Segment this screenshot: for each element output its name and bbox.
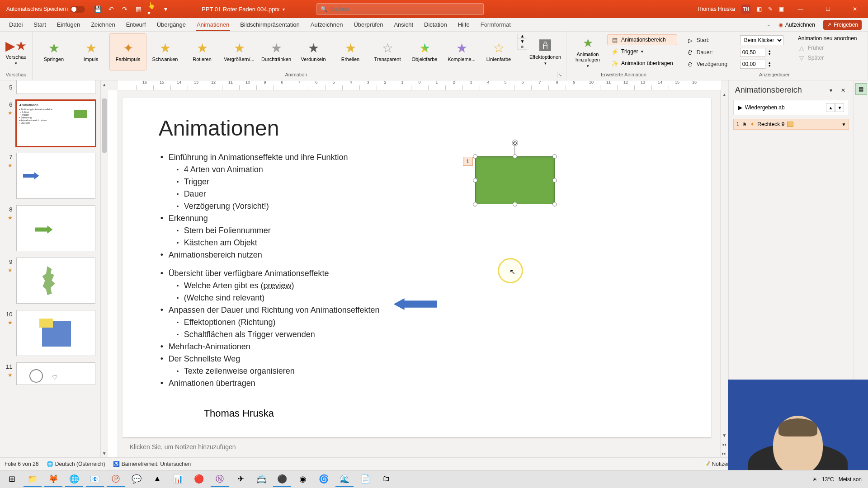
- spinner-icon[interactable]: ▲▼: [768, 61, 771, 67]
- prev-slide-icon[interactable]: ⏮: [721, 440, 728, 448]
- start-select[interactable]: Beim Klicken: [740, 35, 783, 45]
- anim-verdunkeln[interactable]: ★Verdunkeln: [295, 33, 332, 70]
- chevron-down-icon[interactable]: ▼: [842, 122, 846, 127]
- rectangle-shape[interactable]: 1 ⟲: [475, 156, 555, 204]
- anim-transparent[interactable]: ☆Transparent: [369, 33, 406, 70]
- slide-thumbnails-panel[interactable]: 5 6★ Animationen • Einführung in Animati…: [0, 80, 100, 457]
- search-box[interactable]: 🔍: [316, 3, 484, 15]
- resize-handle[interactable]: [473, 154, 477, 159]
- resize-handle[interactable]: [513, 154, 517, 159]
- present-icon[interactable]: ▦: [134, 5, 143, 14]
- redo-icon[interactable]: ↷: [120, 5, 129, 14]
- add-animation-button[interactable]: ★ Animation hinzufügen ▾: [569, 33, 606, 70]
- language-indicator[interactable]: 🌐 Deutsch (Österreich): [47, 461, 105, 467]
- slide-content-list[interactable]: Einführung in Animationseffekte und ihre…: [159, 151, 675, 261]
- anim-farbimpuls[interactable]: ✦Farbimpuls: [109, 33, 146, 70]
- thumbnails-scrollbar[interactable]: ▲ ▼: [100, 80, 108, 457]
- taskbar-app-icon[interactable]: 📄: [356, 472, 374, 487]
- thumbnail-9[interactable]: [16, 258, 95, 304]
- resize-handle[interactable]: [552, 202, 557, 206]
- vlc-icon[interactable]: ▲: [148, 472, 166, 487]
- author-text[interactable]: Thomas Hruska: [159, 408, 675, 419]
- tab-bildschirmpraesentation[interactable]: Bildschirmpräsentation: [235, 18, 305, 31]
- slide-counter[interactable]: Folie 6 von 26: [5, 461, 38, 467]
- draw-mode-icon[interactable]: ✎: [768, 6, 773, 12]
- anim-rotieren[interactable]: ★Rotieren: [184, 33, 221, 70]
- system-tray[interactable]: ☀ 13°C Meist son: [812, 476, 865, 483]
- share-button[interactable]: ↗Freigeben: [823, 20, 862, 30]
- resize-handle[interactable]: [473, 178, 477, 183]
- scroll-down-icon[interactable]: ▼: [721, 431, 728, 439]
- thumbnail-8[interactable]: [16, 205, 95, 251]
- firefox-icon[interactable]: 🦊: [44, 472, 62, 487]
- slide-title[interactable]: Animationen: [159, 116, 675, 141]
- timing-bar[interactable]: [787, 122, 793, 127]
- anim-objektfarbe[interactable]: ★Objektfarbe: [406, 33, 443, 70]
- resize-handle[interactable]: [513, 202, 517, 206]
- play-from-button[interactable]: ▶Wiedergeben ab: [738, 104, 785, 111]
- tab-entwurf[interactable]: Entwurf: [121, 18, 151, 31]
- qat-overflow-icon[interactable]: ▾: [161, 5, 170, 14]
- tab-ansicht[interactable]: Ansicht: [388, 18, 419, 31]
- resize-handle[interactable]: [552, 154, 557, 159]
- thumbnail-11[interactable]: ♡: [16, 362, 95, 385]
- dialog-launcher-icon[interactable]: ↘: [557, 72, 563, 78]
- document-title[interactable]: PPT 01 Roter Faden 004.pptx ▾: [202, 6, 284, 13]
- anim-vergroessern[interactable]: ★Vergrößern/...: [221, 33, 258, 70]
- tab-hilfe[interactable]: Hilfe: [453, 18, 475, 31]
- animation-list-item[interactable]: 1 🖱 ✦ Rechteck 9 ▼: [733, 119, 849, 130]
- powerpoint-icon[interactable]: Ⓟ: [107, 472, 125, 487]
- anim-springen[interactable]: ★Springen: [35, 33, 72, 70]
- minimize-button[interactable]: —: [790, 0, 811, 18]
- notes-pane[interactable]: Klicken Sie, um Notizen hinzuzufügen: [123, 437, 711, 456]
- start-menu-icon[interactable]: ⊞: [3, 472, 21, 487]
- outlook-icon[interactable]: 📧: [86, 472, 104, 487]
- editor-scrollbar[interactable]: ▲ ▼ ⏮ ⏭: [720, 90, 728, 457]
- search-input[interactable]: [331, 6, 480, 12]
- accessibility-checker[interactable]: ♿ Barrierefreiheit: Untersuchen: [113, 461, 191, 467]
- trigger-button[interactable]: ⚡Trigger ▾: [607, 46, 677, 57]
- gallery-down-icon[interactable]: ▼: [518, 39, 527, 44]
- slide-canvas[interactable]: Animationen Einführung in Animationseffe…: [123, 98, 711, 437]
- privacy-icon[interactable]: ◧: [757, 6, 762, 12]
- scrollbar-thumb[interactable]: [102, 99, 107, 153]
- taskbar-app-icon[interactable]: 🔴: [190, 472, 208, 487]
- touch-mode-icon[interactable]: 👆▾: [147, 5, 156, 14]
- preview-button[interactable]: ▶★ Vorschau ▾: [3, 33, 29, 70]
- taskbar-app-icon[interactable]: 📇: [252, 472, 270, 487]
- effect-options-button[interactable]: 🅰 Effektoptionen ▾: [527, 33, 563, 70]
- duration-input[interactable]: [740, 48, 765, 57]
- taskbar-app-icon[interactable]: 📊: [169, 472, 187, 487]
- toggle-icon[interactable]: [71, 6, 85, 13]
- file-explorer-icon[interactable]: 📁: [24, 472, 42, 487]
- tab-aufzeichnen[interactable]: Aufzeichnen: [305, 18, 349, 31]
- obs-icon[interactable]: ⚫: [273, 472, 291, 487]
- edge-icon[interactable]: 🌊: [335, 472, 354, 487]
- taskbar-app-icon[interactable]: 🌀: [315, 472, 333, 487]
- user-name-label[interactable]: Thomas Hruska: [697, 6, 735, 12]
- spinner-icon[interactable]: ▲▼: [768, 49, 771, 56]
- animation-pane-toggle[interactable]: ▤Animationsbereich: [607, 34, 677, 45]
- gallery-up-icon[interactable]: ▲: [518, 33, 527, 39]
- move-up-icon[interactable]: ▲: [826, 103, 835, 112]
- anim-durchtraenken[interactable]: ★Durchtränken: [258, 33, 295, 70]
- user-avatar[interactable]: TH: [741, 5, 750, 14]
- thumbnail-7[interactable]: [16, 153, 95, 199]
- taskbar-app-icon[interactable]: 💬: [127, 472, 146, 487]
- rotation-handle[interactable]: ⟲: [512, 140, 518, 146]
- save-icon[interactable]: 💾: [93, 5, 102, 14]
- close-button[interactable]: ✕: [844, 0, 865, 18]
- pane-close-icon[interactable]: ✕: [838, 85, 848, 95]
- delay-input[interactable]: [740, 60, 765, 69]
- tab-start[interactable]: Start: [28, 18, 51, 31]
- autosave-toggle[interactable]: Automatisches Speichern: [3, 6, 89, 13]
- anim-erhellen[interactable]: ★Erhellen: [332, 33, 369, 70]
- anim-schwanken[interactable]: ★Schwanken: [146, 33, 184, 70]
- thumbnail-5[interactable]: [16, 80, 95, 94]
- tab-zeichnen[interactable]: Zeichnen: [85, 18, 120, 31]
- window-layout-icon[interactable]: ▣: [779, 6, 784, 12]
- tab-uebergaenge[interactable]: Übergänge: [151, 18, 191, 31]
- side-tab-animations[interactable]: ▤: [855, 83, 867, 95]
- maximize-button[interactable]: ☐: [817, 0, 838, 18]
- thumbnail-6[interactable]: Animationen • Einführung in Animationsef…: [16, 100, 95, 146]
